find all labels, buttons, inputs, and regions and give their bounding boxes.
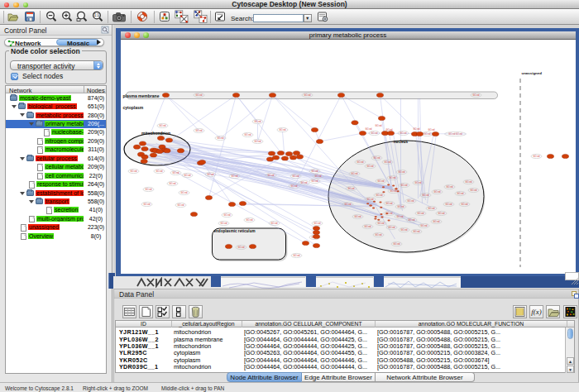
svg-text:GO-nd: GO-nd — [354, 215, 361, 218]
svg-text:GO-nd: GO-nd — [195, 93, 202, 97]
svg-text:GO-nd: GO-nd — [244, 133, 251, 136]
svg-text:GO-nd: GO-nd — [347, 187, 354, 190]
svg-text:nucleus: nucleus — [393, 140, 408, 144]
svg-text:GO-nd: GO-nd — [393, 242, 400, 246]
svg-text:GO-nd: GO-nd — [433, 190, 440, 194]
svg-text:GO-nd: GO-nd — [267, 174, 274, 177]
svg-text:GO-nd: GO-nd — [207, 173, 213, 176]
svg-text:GO-nd: GO-nd — [413, 127, 419, 131]
svg-text:GO-nd: GO-nd — [290, 184, 297, 188]
svg-text:GO-nd: GO-nd — [172, 171, 179, 174]
svg-text:GO-nd: GO-nd — [423, 132, 430, 136]
svg-text:cytoplasm: cytoplasm — [122, 105, 143, 110]
svg-text:GO-nd: GO-nd — [223, 213, 230, 217]
svg-text:GO-nd: GO-nd — [220, 222, 227, 225]
svg-text:mitochondrion: mitochondrion — [141, 131, 170, 136]
svg-text:1:1: 1:1 — [94, 13, 100, 17]
svg-text:GO-nd: GO-nd — [465, 180, 471, 184]
svg-text:GO-nd: GO-nd — [143, 203, 150, 206]
svg-text:GO-nd: GO-nd — [231, 174, 237, 178]
svg-text:GO-nd: GO-nd — [472, 93, 479, 97]
svg-text:GO-nd: GO-nd — [254, 140, 261, 143]
svg-text:GO-nd: GO-nd — [311, 170, 318, 173]
svg-text:GO-nd: GO-nd — [344, 203, 351, 206]
svg-text:GO-nd: GO-nd — [293, 254, 299, 257]
svg-text:GO-nd: GO-nd — [375, 233, 381, 237]
svg-text:GO-nd: GO-nd — [195, 129, 202, 132]
svg-text:GO-nd: GO-nd — [300, 181, 307, 184]
svg-text:GO-nd: GO-nd — [388, 226, 395, 229]
svg-text:GO-nd: GO-nd — [130, 170, 136, 173]
svg-text:GO-nd: GO-nd — [365, 127, 371, 131]
svg-text:GO-nd: GO-nd — [408, 218, 414, 222]
svg-text:GO-nd: GO-nd — [377, 179, 384, 183]
svg-text:GO-nd: GO-nd — [385, 202, 392, 205]
svg-text:GO-nd: GO-nd — [438, 212, 444, 215]
svg-text:GO-nd: GO-nd — [373, 156, 380, 160]
svg-text:GO-nd: GO-nd — [389, 176, 395, 179]
svg-text:GO-nd: GO-nd — [384, 160, 390, 164]
svg-text:GO-nd: GO-nd — [356, 160, 363, 164]
svg-text:GO-nd: GO-nd — [169, 182, 175, 185]
svg-text:GO-nd: GO-nd — [428, 128, 434, 131]
svg-text:GO-nd: GO-nd — [417, 212, 423, 215]
svg-text:GO-nd: GO-nd — [398, 170, 404, 174]
svg-text:GO-nd: GO-nd — [254, 120, 261, 123]
svg-text:GO-nd: GO-nd — [311, 179, 318, 183]
svg-text:GO-nd: GO-nd — [420, 224, 427, 227]
svg-text:GO-nd: GO-nd — [414, 181, 421, 184]
svg-text:GO-nd: GO-nd — [390, 189, 396, 193]
svg-text:GO-nd: GO-nd — [314, 174, 321, 178]
svg-text:GO-nd: GO-nd — [366, 198, 373, 201]
svg-text:GO-nd: GO-nd — [304, 93, 310, 97]
svg-text:GO-nd: GO-nd — [446, 185, 452, 189]
svg-text:GO-nd: GO-nd — [397, 205, 404, 208]
svg-text:plasma membrane: plasma membrane — [122, 93, 159, 98]
svg-text:GO-nd: GO-nd — [470, 189, 476, 192]
svg-text:GO-nd: GO-nd — [445, 203, 452, 206]
svg-text:GO-nd: GO-nd — [400, 131, 406, 135]
svg-text:GO-nd: GO-nd — [180, 191, 187, 194]
svg-text:GO-nd: GO-nd — [385, 128, 392, 131]
svg-text:GO-nd: GO-nd — [177, 203, 184, 207]
svg-text:GO-nd: GO-nd — [145, 188, 151, 191]
svg-text:f(x): f(x) — [531, 308, 542, 316]
svg-text:GO-nd: GO-nd — [396, 215, 403, 218]
svg-text:GO-nd: GO-nd — [400, 184, 407, 187]
svg-text:GO-nd: GO-nd — [159, 124, 165, 127]
svg-text:GO-nd: GO-nd — [375, 124, 381, 127]
svg-text:GO-nd: GO-nd — [457, 192, 463, 195]
svg-text:GO-nd: GO-nd — [279, 128, 285, 131]
svg-text:GO-nd: GO-nd — [246, 218, 252, 222]
svg-text:GO-nd: GO-nd — [313, 222, 320, 225]
svg-text:GO-nd: GO-nd — [376, 194, 382, 197]
svg-text:GO-nd: GO-nd — [461, 203, 467, 206]
svg-text:GO-nd: GO-nd — [351, 172, 357, 175]
svg-text:GO-nd: GO-nd — [433, 220, 439, 223]
svg-text:GO-nd: GO-nd — [292, 174, 299, 178]
svg-text:GO-nd: GO-nd — [184, 174, 190, 177]
svg-text:GO-nd: GO-nd — [377, 222, 384, 225]
svg-text:GO-nd: GO-nd — [366, 165, 373, 168]
svg-text:GO-nd: GO-nd — [364, 225, 371, 228]
svg-text:endoplasmic reticulum: endoplasmic reticulum — [213, 229, 255, 233]
svg-text:GO-nd: GO-nd — [156, 170, 162, 173]
svg-text:GO-nd: GO-nd — [413, 230, 419, 233]
svg-text:GO-nd: GO-nd — [422, 194, 428, 197]
svg-text:GO-nd: GO-nd — [407, 199, 414, 203]
svg-text:GO-nd: GO-nd — [400, 228, 407, 232]
svg-text:unassigned: unassigned — [521, 71, 542, 75]
svg-text:GO-nd: GO-nd — [533, 155, 539, 158]
svg-text:GO-nd: GO-nd — [270, 222, 277, 225]
svg-text:GO-nd: GO-nd — [428, 207, 434, 210]
svg-text:GO-nd: GO-nd — [237, 246, 244, 249]
svg-text:GO-nd: GO-nd — [217, 136, 223, 140]
